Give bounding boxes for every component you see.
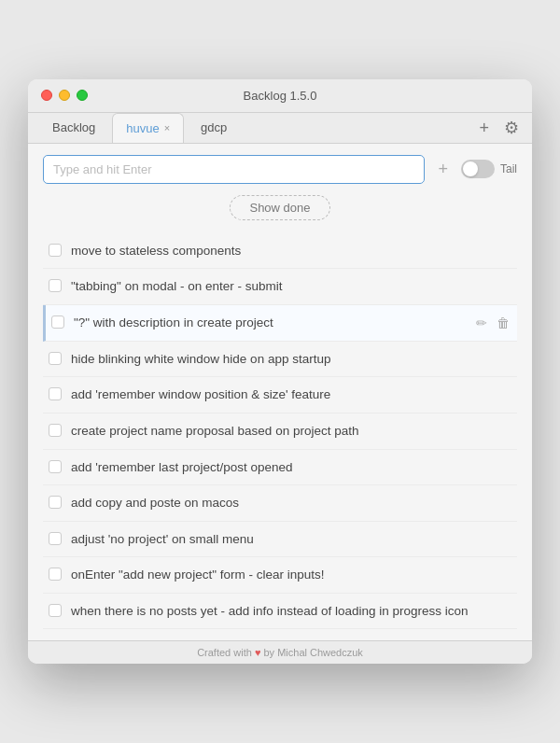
edit-task-button[interactable]: ✏ bbox=[474, 314, 489, 332]
task-item: add 'remember window position & size' fe… bbox=[43, 377, 517, 414]
footer-text: Crafted with bbox=[197, 647, 252, 658]
task-list: move to stateless components "tabbing" o… bbox=[43, 233, 517, 630]
tab-backlog-label: Backlog bbox=[52, 120, 95, 134]
footer: Crafted with ♥ by Michal Chwedczuk bbox=[28, 640, 532, 664]
task-checkbox[interactable] bbox=[49, 568, 62, 581]
tab-huvue[interactable]: huvue × bbox=[112, 113, 184, 143]
input-row: + Tail bbox=[43, 155, 517, 184]
close-button[interactable] bbox=[41, 90, 52, 101]
show-done-row: Show done bbox=[43, 195, 517, 220]
task-text: move to stateless components bbox=[71, 242, 511, 260]
tab-huvue-close[interactable]: × bbox=[164, 123, 170, 133]
task-text: "?" with description in create project bbox=[74, 314, 467, 332]
tab-gdcp-label: gdcp bbox=[201, 120, 227, 134]
tabs-bar: Backlog huvue × gdcp + ⚙ bbox=[28, 113, 532, 144]
task-text: add copy and poste on macos bbox=[71, 494, 511, 512]
tail-label: Tail bbox=[500, 162, 517, 175]
task-input[interactable] bbox=[43, 155, 425, 184]
add-task-button[interactable]: + bbox=[432, 156, 454, 183]
maximize-button[interactable] bbox=[77, 90, 88, 101]
toggle-knob bbox=[463, 161, 478, 176]
tab-backlog[interactable]: Backlog bbox=[39, 113, 108, 142]
app-window: Backlog 1.5.0 Backlog huvue × gdcp + ⚙ + bbox=[28, 79, 532, 665]
task-checkbox[interactable] bbox=[49, 279, 62, 292]
task-item: onEnter "add new project" form - clear i… bbox=[43, 557, 517, 594]
tail-toggle-container: Tail bbox=[461, 160, 517, 178]
task-actions: ✏ 🗑 bbox=[474, 314, 511, 332]
task-text: add 'remember window position & size' fe… bbox=[71, 386, 511, 404]
footer-by: by Michal Chwedczuk bbox=[263, 647, 362, 658]
task-item: hide blinking white window hide on app s… bbox=[43, 342, 517, 378]
task-checkbox[interactable] bbox=[51, 315, 64, 329]
minimize-button[interactable] bbox=[59, 90, 70, 101]
tabs-actions: + ⚙ bbox=[477, 119, 521, 136]
tail-toggle[interactable] bbox=[461, 160, 495, 178]
task-text: "tabbing" on modal - on enter - submit bbox=[71, 277, 511, 296]
task-item: when there is no posts yet - add info in… bbox=[43, 594, 517, 630]
task-item: "tabbing" on modal - on enter - submit bbox=[43, 269, 517, 305]
task-checkbox[interactable] bbox=[49, 604, 62, 617]
task-item-highlighted: "?" with description in create project ✏… bbox=[43, 305, 517, 342]
task-item: adjust 'no project' on small menu bbox=[43, 522, 517, 558]
task-text: when there is no posts yet - add info in… bbox=[71, 602, 511, 621]
task-checkbox[interactable] bbox=[49, 496, 62, 509]
task-text: onEnter "add new project" form - clear i… bbox=[71, 566, 511, 584]
task-text: create project name proposal based on pr… bbox=[71, 422, 511, 441]
task-checkbox[interactable] bbox=[49, 460, 62, 473]
task-item: add 'remember last project/post opened bbox=[43, 450, 517, 486]
task-text: adjust 'no project' on small menu bbox=[71, 530, 511, 549]
task-item: create project name proposal based on pr… bbox=[43, 414, 517, 450]
task-checkbox[interactable] bbox=[49, 244, 62, 257]
tab-gdcp[interactable]: gdcp bbox=[188, 113, 240, 142]
task-item: add copy and poste on macos bbox=[43, 485, 517, 522]
window-title: Backlog 1.5.0 bbox=[244, 89, 317, 103]
task-checkbox[interactable] bbox=[49, 352, 62, 365]
content-area: + Tail Show done move to stateless compo… bbox=[28, 144, 532, 641]
task-item: move to stateless components bbox=[43, 233, 517, 270]
traffic-lights bbox=[41, 90, 88, 101]
title-bar: Backlog 1.5.0 bbox=[28, 79, 532, 113]
task-checkbox[interactable] bbox=[49, 532, 62, 545]
settings-button[interactable]: ⚙ bbox=[502, 119, 521, 136]
task-checkbox[interactable] bbox=[49, 387, 62, 400]
tab-huvue-label: huvue bbox=[126, 121, 159, 135]
task-text: add 'remember last project/post opened bbox=[71, 458, 511, 477]
task-checkbox[interactable] bbox=[49, 424, 62, 437]
task-text: hide blinking white window hide on app s… bbox=[71, 350, 511, 369]
add-tab-button[interactable]: + bbox=[477, 119, 491, 136]
heart-icon: ♥ bbox=[255, 647, 261, 658]
show-done-button[interactable]: Show done bbox=[230, 195, 329, 220]
delete-task-button[interactable]: 🗑 bbox=[495, 314, 511, 332]
